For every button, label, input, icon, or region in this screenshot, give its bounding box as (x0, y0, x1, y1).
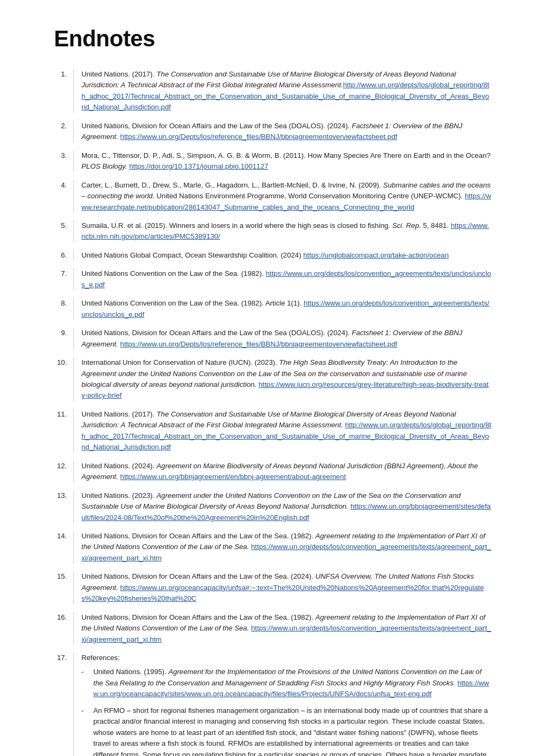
endnote-content: United Nations, Division for Ocean Affai… (73, 571, 492, 604)
endnote-text: United Nations Convention on the Law of … (81, 268, 492, 290)
endnote-item: 5.Sumaila, U.R. et al. (2015). Winners a… (54, 220, 492, 242)
endnote-link[interactable]: https://www.un.org/Depts/los/reference_f… (120, 133, 397, 141)
endnotes-list: 1.United Nations. (2017). The Conservati… (54, 69, 492, 756)
endnote-content: United Nations, Division for Ocean Affai… (73, 531, 492, 564)
endnote-text: United Nations. (2023). Agreement under … (81, 490, 492, 523)
endnote-number: 17. (54, 653, 73, 663)
endnote-item: 10.International Union for Conservation … (54, 357, 492, 401)
endnote-content: Sumaila, U.R. et al. (2015). Winners and… (73, 220, 492, 242)
endnote-number: 9. (54, 328, 73, 338)
endnote-item: 16.United Nations, Division for Ocean Af… (54, 612, 492, 645)
endnote-number: 15. (54, 571, 73, 582)
endnote-text: Carter, L., Burnett, D., Drew, S., Marle… (81, 180, 492, 213)
endnote-content: International Union for Conservation of … (73, 357, 492, 401)
dash-icon: - (81, 705, 91, 716)
endnote-text: United Nations. (2017). The Conservation… (81, 409, 492, 453)
endnote-link[interactable]: https://doi.org/10.1371/journal.pbio.100… (129, 162, 268, 170)
endnote-text: United Nations. (2024). Agreement on Mar… (81, 461, 492, 483)
endnote-text: United Nations, Division for Ocean Affai… (81, 121, 492, 143)
endnote-link[interactable]: https://unglobalcompact.org/take-action/… (303, 251, 449, 259)
endnote-item: 13.United Nations. (2023). Agreement und… (54, 490, 492, 523)
endnote-content: United Nations, Division for Ocean Affai… (73, 612, 492, 645)
page: Endnotes 1.United Nations. (2017). The C… (0, 0, 535, 756)
endnote-content: Mora, C., Tittensor, D. P., Adl, S., Sim… (73, 150, 492, 172)
endnote-content: References:-United Nations. (1995). Agre… (73, 653, 492, 756)
endnote-number: 2. (54, 121, 73, 131)
sub-item-text: An RFMO – short for regional fisheries m… (93, 705, 492, 756)
endnote-text: United Nations, Division for Ocean Affai… (81, 328, 492, 350)
sub-item-text: United Nations. (1995). Agreement for th… (93, 667, 492, 699)
endnote-number: 1. (54, 69, 73, 80)
endnote-item: 8.United Nations Convention on the Law o… (54, 298, 492, 320)
endnote-link[interactable]: https://www.un.org/Depts/los/reference_f… (120, 340, 397, 348)
endnote-content: United Nations Convention on the Law of … (73, 268, 492, 290)
endnote-number: 6. (54, 250, 73, 261)
endnote-item: 11.United Nations. (2017). The Conservat… (54, 409, 492, 453)
dash-icon: - (81, 667, 91, 677)
endnote-text: United Nations, Division for Ocean Affai… (81, 571, 492, 604)
endnote-link[interactable]: https://www.un.org/bbnjagreement/en/bbnj… (120, 473, 346, 481)
sub-list: -United Nations. (1995). Agreement for t… (81, 667, 492, 756)
endnote-item: 7.United Nations Convention on the Law o… (54, 268, 492, 290)
endnote-item: 12.United Nations. (2024). Agreement on … (54, 461, 492, 483)
endnote-link[interactable]: https://www.ncbi.nlm.nih.gov/pmc/article… (81, 221, 489, 240)
endnote-link[interactable]: https://www.un.org/depts/los/convention_… (81, 269, 491, 288)
endnote-item: 17.References:-United Nations. (1995). A… (54, 653, 492, 756)
endnote-number: 16. (54, 612, 73, 623)
endnote-content: United Nations, Division for Ocean Affai… (73, 328, 492, 350)
endnote-content: United Nations. (2024). Agreement on Mar… (73, 461, 492, 483)
endnote-text: United Nations Global Compact, Ocean Ste… (81, 250, 492, 261)
endnote-number: 3. (54, 150, 73, 161)
endnote-item: 4.Carter, L., Burnett, D., Drew, S., Mar… (54, 180, 492, 213)
endnote-text: United Nations, Division for Ocean Affai… (81, 531, 492, 564)
endnote-number: 5. (54, 220, 73, 231)
endnote-number: 8. (54, 298, 73, 309)
endnote-number: 10. (54, 357, 73, 368)
endnote-content: United Nations. (2017). The Conservation… (73, 409, 492, 453)
endnote-item: 14.United Nations, Division for Ocean Af… (54, 531, 492, 564)
endnote-content: United Nations. (2023). Agreement under … (73, 490, 492, 523)
endnote-number: 11. (54, 409, 73, 420)
sub-list-item: -An RFMO – short for regional fisheries … (81, 705, 492, 756)
endnote-link[interactable]: https://www.un.org/depts/los/convention_… (81, 299, 490, 318)
endnote-content: United Nations Global Compact, Ocean Ste… (73, 250, 492, 261)
endnote-number: 14. (54, 531, 73, 542)
endnote-link[interactable]: https://www.un.org/oceancapacity/unfsa#:… (81, 584, 484, 602)
endnote-content: United Nations. (2017). The Conservation… (73, 69, 492, 113)
endnote-content: United Nations Convention on the Law of … (73, 298, 492, 320)
endnote-item: 15.United Nations, Division for Ocean Af… (54, 571, 492, 604)
endnote-number: 12. (54, 461, 73, 471)
endnote-text: Sumaila, U.R. et al. (2015). Winners and… (81, 220, 492, 242)
endnote-item: 6.United Nations Global Compact, Ocean S… (54, 250, 492, 261)
sub-list-item: -United Nations. (1995). Agreement for t… (81, 667, 492, 699)
endnote-number: 4. (54, 180, 73, 191)
endnote-content: United Nations, Division for Ocean Affai… (73, 121, 492, 143)
endnote-number: 7. (54, 268, 73, 279)
endnote-text: United Nations. (2017). The Conservation… (81, 69, 492, 113)
page-title: Endnotes (54, 26, 492, 52)
endnote-text: Mora, C., Tittensor, D. P., Adl, S., Sim… (81, 150, 492, 172)
endnote-item: 1.United Nations. (2017). The Conservati… (54, 69, 492, 113)
endnote-item: 9.United Nations, Division for Ocean Aff… (54, 328, 492, 350)
endnote-item: 3.Mora, C., Tittensor, D. P., Adl, S., S… (54, 150, 492, 172)
endnote-content: Carter, L., Burnett, D., Drew, S., Marle… (73, 180, 492, 213)
endnote-text: References: (81, 653, 492, 663)
endnote-number: 13. (54, 490, 73, 501)
endnote-text: United Nations Convention on the Law of … (81, 298, 492, 320)
endnote-text: United Nations, Division for Ocean Affai… (81, 612, 492, 645)
endnote-text: International Union for Conservation of … (81, 357, 492, 401)
endnote-item: 2.United Nations, Division for Ocean Aff… (54, 121, 492, 143)
